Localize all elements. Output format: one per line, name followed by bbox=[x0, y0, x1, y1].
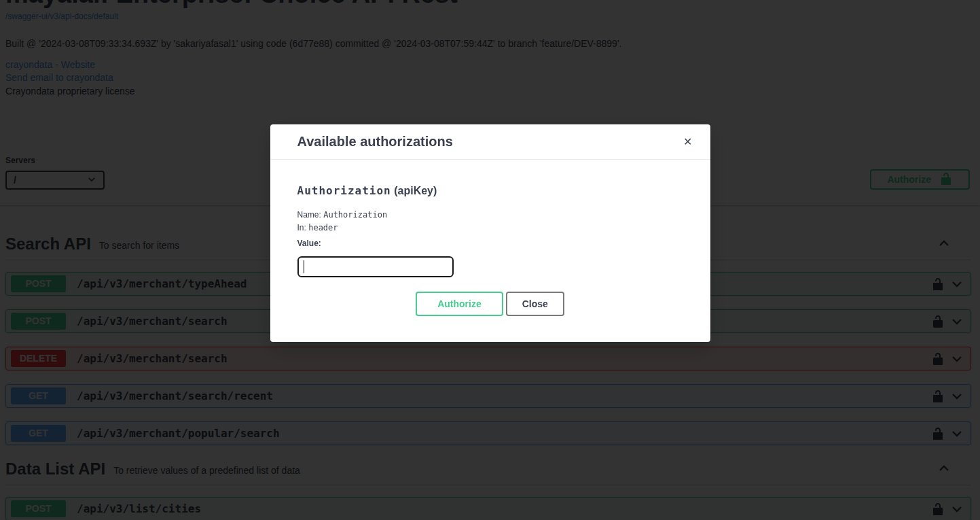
auth-in-label: In: bbox=[297, 223, 309, 232]
modal-authorize-button[interactable]: Authorize bbox=[416, 292, 503, 316]
auth-scheme-type: (apiKey) bbox=[391, 185, 437, 196]
close-icon[interactable]: ✕ bbox=[679, 133, 696, 151]
modal-close-button[interactable]: Close bbox=[506, 292, 564, 316]
auth-scheme-name: Authorization bbox=[297, 184, 391, 197]
auth-name-value: Authorization bbox=[323, 210, 387, 220]
text-caret bbox=[304, 260, 304, 273]
auth-scheme-title: Authorization (apiKey) bbox=[297, 184, 683, 197]
auth-in-row: In: header bbox=[297, 222, 683, 235]
available-authorizations-modal: Available authorizations ✕ Authorization… bbox=[270, 124, 710, 342]
auth-in-value: header bbox=[308, 223, 338, 232]
modal-title: Available authorizations bbox=[297, 134, 453, 150]
auth-value-input[interactable] bbox=[297, 256, 454, 277]
auth-name-label: Name: bbox=[297, 210, 324, 220]
auth-value-label: Value: bbox=[297, 237, 683, 250]
auth-name-row: Name: Authorization bbox=[297, 209, 683, 222]
